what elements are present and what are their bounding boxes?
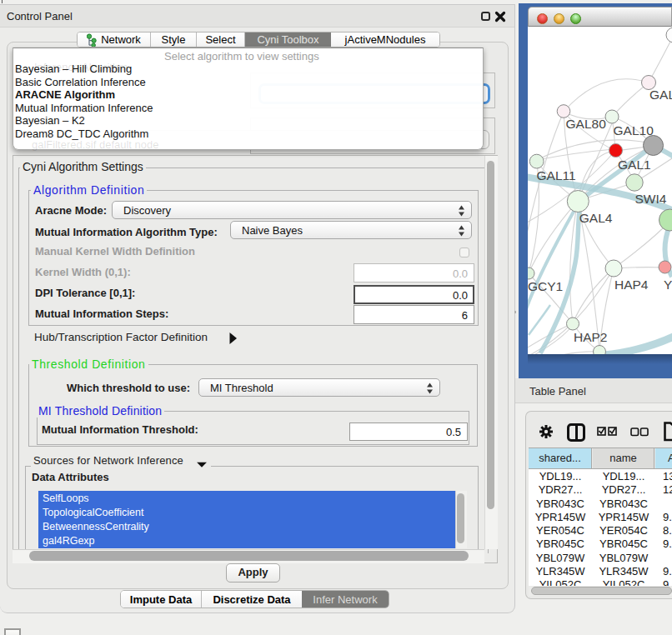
svg-text:GAL80: GAL80: [566, 117, 607, 131]
svg-text:GAL10: GAL10: [614, 123, 654, 138]
svg-text:GAL7: GAL7: [649, 88, 672, 102]
svg-text:GCY1: GCY1: [528, 279, 563, 293]
svg-text:GAL11: GAL11: [537, 168, 576, 182]
svg-text:Y: Y: [664, 278, 672, 292]
svg-text:HAP2: HAP2: [574, 330, 608, 344]
svg-text:SWI4: SWI4: [635, 192, 667, 206]
svg-text:GAL4: GAL4: [579, 211, 613, 225]
svg-text:HAP4: HAP4: [614, 278, 649, 292]
svg-text:GAL1: GAL1: [618, 158, 651, 172]
